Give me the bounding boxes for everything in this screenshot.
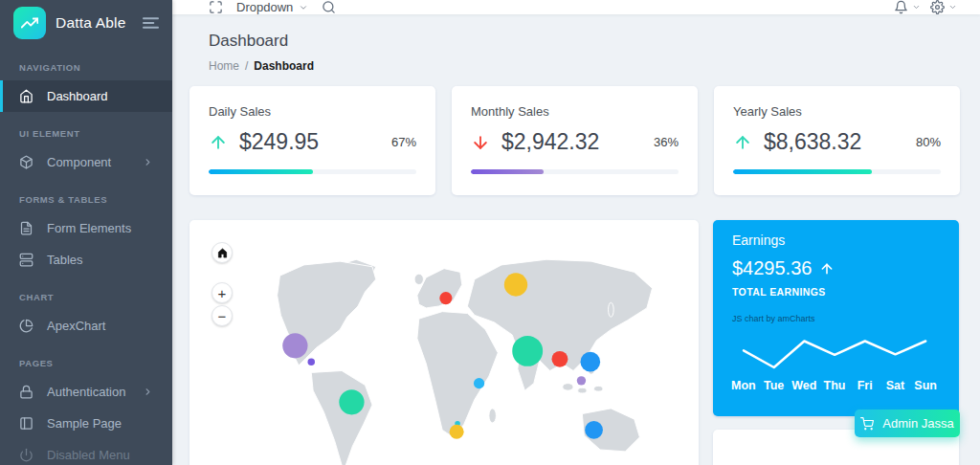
nav-section-ui-element: UI Element	[0, 112, 172, 146]
arrow-down-icon	[471, 133, 490, 152]
header-dropdown[interactable]: Dropdown	[236, 0, 308, 14]
sidebar-item-disabled-menu: Disabled Menu	[0, 439, 172, 465]
sidebar-item-form-elements[interactable]: Form Elements	[0, 212, 172, 244]
search-icon[interactable]	[322, 0, 336, 14]
breadcrumb-home[interactable]: Home	[209, 59, 239, 73]
map-home-button[interactable]	[212, 242, 233, 263]
earnings-title: Earnings	[732, 232, 940, 248]
sidebar-item-sample-page[interactable]: Sample Page	[0, 408, 172, 439]
sidebar-item-authentication[interactable]: Authentication	[0, 376, 172, 408]
lock-icon	[19, 385, 33, 399]
sidebar-icon	[19, 416, 33, 431]
sidebar-item-label: Disabled Menu	[47, 448, 130, 462]
notifications-menu[interactable]	[894, 0, 921, 14]
map-bubble[interactable]	[512, 336, 543, 366]
nav-section-pages: Pages	[0, 342, 172, 376]
sidebar-nav: Navigation Dashboard UI Element Componen…	[0, 46, 172, 465]
header-dropdown-label: Dropdown	[236, 0, 293, 14]
weekday-axis: Mon Tue Wed Thu Fri Sat Sun	[728, 379, 941, 392]
admin-user-label: Admin Jassa	[882, 416, 953, 431]
nav-section-chart: Chart	[0, 276, 172, 310]
map-zoom-out-button[interactable]: −	[212, 305, 233, 326]
stat-title: Monthly Sales	[471, 104, 679, 119]
nav-section-forms-tables: Forms & Tables	[0, 178, 172, 212]
map-bubble[interactable]	[577, 376, 586, 385]
map-bubble[interactable]	[339, 389, 364, 414]
map-bubble[interactable]	[450, 425, 464, 439]
axis-label: Mon	[728, 379, 759, 392]
brand: Datta Able	[0, 0, 172, 46]
arrow-up-icon	[819, 261, 835, 277]
breadcrumb-current: Dashboard	[254, 59, 314, 73]
landmass-japan	[609, 302, 614, 317]
axis-label: Sat	[880, 379, 911, 392]
nav-section-navigation: Navigation	[0, 46, 172, 80]
landmass-indonesia-3	[594, 386, 603, 391]
sidebar: Datta Able Navigation Dashboard UI Eleme…	[0, 0, 172, 465]
stat-amount: $8,638.32	[764, 129, 861, 155]
sidebar-item-label: ApexChart	[47, 319, 105, 333]
world-map-card: + −	[189, 220, 699, 465]
landmass-uk	[414, 274, 423, 284]
map-bubble[interactable]	[504, 273, 527, 296]
sidebar-item-tables[interactable]: Tables	[0, 244, 172, 276]
amcharts-watermark: JS chart by amCharts	[732, 314, 940, 323]
stat-title: Yearly Sales	[733, 104, 941, 119]
settings-menu[interactable]	[930, 0, 957, 14]
earnings-subtitle: TOTAL EARNINGS	[732, 286, 940, 298]
progress-fill	[471, 169, 544, 174]
sidebar-item-label: Component	[47, 155, 111, 169]
landmass-africa	[417, 312, 498, 437]
menu-toggle-icon[interactable]	[143, 16, 159, 30]
stat-percent: 67%	[391, 135, 416, 149]
landmass-indonesia-2	[578, 388, 587, 393]
sidebar-item-dashboard[interactable]: Dashboard	[0, 80, 172, 112]
axis-label: Sun	[910, 379, 941, 392]
progress-bar	[733, 169, 941, 174]
progress-fill	[733, 169, 872, 174]
map-bubble[interactable]	[308, 358, 316, 365]
shopping-cart-icon	[860, 417, 874, 431]
map-bubble[interactable]	[585, 421, 603, 439]
brand-name: Datta Able	[56, 14, 133, 32]
chevron-right-icon	[143, 157, 153, 167]
home-icon	[19, 89, 33, 103]
axis-label: Wed	[789, 379, 819, 392]
stat-amount: $249.95	[239, 129, 319, 155]
map-controls: + −	[212, 242, 233, 326]
map-bubble[interactable]	[439, 292, 452, 304]
chevron-down-icon	[299, 3, 308, 12]
arrow-up-icon	[733, 133, 752, 152]
bell-icon	[894, 0, 908, 14]
progress-bar	[471, 169, 679, 174]
maximize-icon[interactable]	[209, 0, 223, 14]
box-icon	[19, 155, 33, 169]
app-root: Datta Able Navigation Dashboard UI Eleme…	[0, 0, 980, 465]
progress-bar	[209, 169, 416, 174]
map-bubble[interactable]	[474, 378, 484, 388]
map-bubble[interactable]	[552, 351, 568, 367]
stat-amount: $2,942.32	[501, 129, 599, 155]
sidebar-item-label: Form Elements	[47, 221, 131, 235]
home-icon	[217, 248, 228, 258]
sidebar-item-label: Dashboard	[47, 89, 108, 103]
map-bubble[interactable]	[581, 352, 601, 372]
sidebar-item-component[interactable]: Component	[0, 146, 172, 178]
breadcrumb-separator: /	[245, 59, 248, 73]
yearly-sales-card: Yearly Sales $8,638.32 80%	[714, 86, 960, 195]
admin-user-button[interactable]: Admin Jassa	[855, 410, 960, 437]
axis-label: Tue	[759, 379, 790, 392]
monthly-sales-card: Monthly Sales $2,942.32 36%	[452, 86, 698, 195]
landmass-south-america	[311, 371, 372, 465]
axis-label: Thu	[819, 379, 850, 392]
world-map[interactable]	[189, 220, 699, 465]
landmass-madagascar	[489, 409, 497, 423]
power-icon	[19, 448, 33, 462]
stats-row: Daily Sales $249.95 67% Monthly Sales $2…	[189, 86, 963, 195]
sidebar-item-apexchart[interactable]: ApexChart	[0, 310, 172, 342]
settings-icon	[930, 0, 945, 14]
map-bubble[interactable]	[282, 333, 307, 358]
chevron-down-icon	[912, 3, 921, 11]
chevron-right-icon	[143, 387, 153, 397]
map-zoom-in-button[interactable]: +	[212, 282, 233, 303]
